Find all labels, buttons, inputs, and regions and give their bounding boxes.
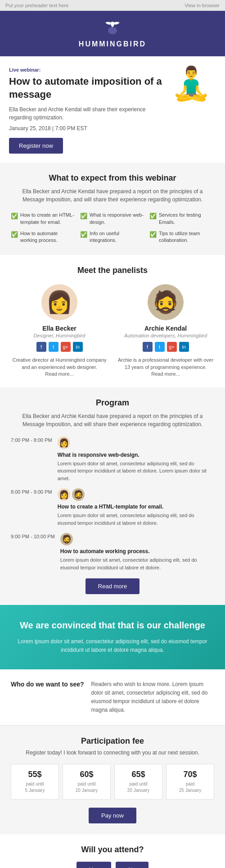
expect-description: Ella Becker and Archie Kendal have prepa… <box>11 187 214 204</box>
archie-description: Archie is a professional developer with … <box>117 356 214 371</box>
hero-description: Ella Becker and Archie Kendal will share… <box>9 105 162 122</box>
panelists-heading: Meet the panelists <box>11 266 214 275</box>
hero-image: 🧘‍♂️ <box>166 67 216 100</box>
check-icon: ✅ <box>149 231 157 239</box>
checklist-item: ✅ Info on useful integrations. <box>80 230 145 244</box>
email-header: HUMMINGBIRD <box>0 11 225 56</box>
archie-social-icons: f t g+ in <box>117 342 214 352</box>
who-label: Who do we want to see? <box>11 680 84 689</box>
pay-now-button[interactable]: Pay now <box>89 808 136 823</box>
fee-section: Participation fee Register today! I look… <box>0 726 225 834</box>
email-wrapper: Put your preheader text here View in bro… <box>0 0 225 868</box>
challenge-section: We are convinced that that is our challe… <box>0 605 225 669</box>
checklist-item: ✅ Tips to utilize team collaboration. <box>149 230 214 244</box>
preheader-left: Put your preheader text here <box>5 3 68 8</box>
checklist-item: ✅ What is responsive web-design. <box>80 212 145 226</box>
hero-label: Live webinar: <box>9 67 162 73</box>
fee-cards: 55$ paid until5 January 60$ paid until10… <box>11 764 214 800</box>
linkedin-icon[interactable]: in <box>179 342 189 352</box>
program-text-1: Lorem ipsum dolor sit amet, consectetur … <box>58 460 214 482</box>
checklist-item: ✅ Services for testing Emails. <box>149 212 214 226</box>
yes-button[interactable]: Yes <box>76 862 111 868</box>
check-icon: ✅ <box>11 231 18 239</box>
program-time-1: 7:00 PM - 8:00 PM <box>11 436 52 443</box>
checklist-item-label: How to create an HTML-template for email… <box>20 212 76 226</box>
program-avatar: 👩 <box>58 488 70 501</box>
program-description: Ella Becker and Archie Kendal have prepa… <box>11 412 214 428</box>
panelist-ella: 👩 Ella Becker Designer, Hummingbird f t … <box>11 284 108 377</box>
attend-buttons: Yes No <box>11 862 214 868</box>
checklist-item-label: Services for testing Emails. <box>159 212 214 226</box>
view-in-browser-link[interactable]: View in browser <box>185 3 220 8</box>
expect-section: What to expect from this webinar Ella Be… <box>0 163 225 255</box>
expect-heading: What to expect from this webinar <box>11 173 214 183</box>
hero-title: How to automate imposition of a message <box>9 75 162 101</box>
fee-heading: Participation fee <box>11 736 214 746</box>
checklist-item-label: Tips to utilize team collaboration. <box>159 230 214 244</box>
panelists-grid: 👩 Ella Becker Designer, Hummingbird f t … <box>11 284 214 377</box>
fee-card-4: 70$ paid25 January <box>166 764 214 800</box>
program-cta-wrap: Read more <box>11 578 214 594</box>
program-text-2: Lorem ipsum dolor sit amet, consectetur … <box>58 512 214 527</box>
program-section: Program Ella Becker and Archie Kendal ha… <box>0 387 225 605</box>
googleplus-icon[interactable]: g+ <box>61 342 71 352</box>
check-icon: ✅ <box>149 212 157 220</box>
challenge-text: Lorem ipsum dolor sit amet, consectetur … <box>13 637 212 654</box>
hero-date: January 25, 2018 | 7:00 PM EST <box>9 125 162 132</box>
no-button[interactable]: No <box>116 862 148 868</box>
preheader: Put your preheader text here View in bro… <box>0 0 225 11</box>
program-item-3: 9:00 PM - 10:00 PM 🧔 How to automate wor… <box>11 533 214 571</box>
program-content-2: 👩 🧔 How to create a HTML-template for em… <box>58 488 214 527</box>
program-avatars-3: 🧔 <box>60 533 214 545</box>
meditating-figure-icon: 🧘‍♂️ <box>171 67 212 100</box>
who-section: Who do we want to see? Readers who wish … <box>0 669 225 726</box>
logo-brand-name: HUMMINGBIRD <box>8 40 217 48</box>
program-avatar: 👩 <box>58 436 70 449</box>
svg-point-0 <box>108 27 117 34</box>
read-more-button[interactable]: Read more <box>86 578 140 594</box>
program-time-2: 8:00 PM - 9:00 PM <box>11 488 52 495</box>
archie-name: Archie Kendal <box>117 325 214 332</box>
hero-text: Live webinar: How to automate imposition… <box>9 67 162 154</box>
facebook-icon[interactable]: f <box>36 342 46 352</box>
archie-read-more[interactable]: Read more... <box>117 371 214 377</box>
checklist-item-label: Info on useful integrations. <box>90 230 145 244</box>
facebook-icon[interactable]: f <box>143 342 153 352</box>
twitter-icon[interactable]: t <box>155 342 165 352</box>
attend-heading: Will you attend? <box>11 845 214 854</box>
program-avatar: 🧔 <box>60 533 73 545</box>
program-title-2: How to create a HTML-template for email. <box>58 504 214 510</box>
panelist-archie: 🧔 Archie Kendal Automation developers, H… <box>117 284 214 377</box>
logo-bird-icon <box>8 19 217 38</box>
attend-section: Will you attend? Yes No <box>0 834 225 868</box>
program-time-3: 9:00 PM - 10:00 PM <box>11 533 55 539</box>
ella-title: Designer, Hummingbird <box>11 333 108 338</box>
ella-social-icons: f t g+ in <box>11 342 108 352</box>
googleplus-icon[interactable]: g+ <box>167 342 177 352</box>
ella-read-more[interactable]: Read more... <box>11 371 108 377</box>
fee-label-1: paid until5 January <box>14 781 56 794</box>
fee-card-2: 60$ paid until10 January <box>63 764 111 800</box>
check-icon: ✅ <box>11 212 18 220</box>
ella-name: Ella Becker <box>11 325 108 332</box>
checklist-item-label: What is responsive web-design. <box>90 212 145 226</box>
challenge-heading: We are convinced that that is our challe… <box>13 619 212 631</box>
panelists-section: Meet the panelists 👩 Ella Becker Designe… <box>0 255 225 387</box>
archie-avatar: 🧔 <box>148 284 184 320</box>
checklist-item-label: How to automate working process. <box>20 230 76 244</box>
fee-label-2: paid until10 January <box>66 781 108 794</box>
hero-section: Live webinar: How to automate imposition… <box>0 56 225 163</box>
program-heading: Program <box>11 398 214 408</box>
fee-card-3: 65$ paid until20 January <box>114 764 162 800</box>
program-avatars-1: 👩 <box>58 436 214 449</box>
register-button[interactable]: Register now <box>9 138 63 154</box>
fee-amount-4: 70$ <box>169 770 211 779</box>
program-item-2: 8:00 PM - 9:00 PM 👩 🧔 How to create a HT… <box>11 488 214 527</box>
program-content-1: 👩 What is responsive web-design. Lorem i… <box>58 436 214 482</box>
fee-amount-1: 55$ <box>14 770 56 779</box>
fee-label-4: paid25 January <box>169 781 211 794</box>
program-text-3: Lorem ipsum dolor sit amet, consectetur … <box>60 556 214 571</box>
twitter-icon[interactable]: t <box>49 342 58 352</box>
check-icon: ✅ <box>80 231 87 239</box>
linkedin-icon[interactable]: in <box>73 342 83 352</box>
